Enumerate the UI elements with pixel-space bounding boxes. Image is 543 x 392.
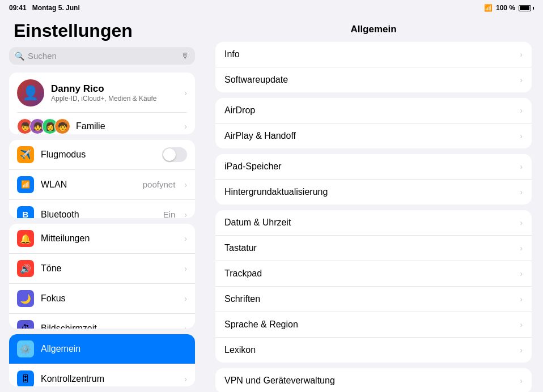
flugmodus-label: Flugmodus bbox=[41, 150, 155, 160]
kontrollzentrum-icon: 🎛 bbox=[17, 370, 34, 386]
right-chevron-schriften: › bbox=[520, 295, 523, 304]
wlan-icon: 📶 bbox=[17, 176, 34, 193]
right-chevron-trackpad: › bbox=[520, 269, 523, 278]
sidebar-item-bildschirmzeit[interactable]: ⏱ Bildschirmzeit › bbox=[9, 314, 195, 329]
settings-group-notifications: 🔔 Mitteilungen › 🔊 Töne › 🌙 Fokus › ⏱ Bi… bbox=[9, 224, 195, 329]
profile-chevron: › bbox=[184, 88, 187, 97]
mitteilungen-chevron: › bbox=[184, 234, 187, 243]
right-item-tastatur[interactable]: Tastatur › bbox=[215, 236, 532, 261]
wifi-icon: 📶 bbox=[484, 4, 493, 12]
right-group-storage: iPad-Speicher › Hintergrundaktualisierun… bbox=[215, 154, 532, 204]
right-item-ipad-speicher[interactable]: iPad-Speicher › bbox=[215, 154, 532, 180]
right-item-datum[interactable]: Datum & Uhrzeit › bbox=[215, 210, 532, 236]
fokus-label: Fokus bbox=[41, 293, 177, 304]
wlan-chevron: › bbox=[184, 180, 187, 189]
bluetooth-icon: B bbox=[17, 206, 34, 218]
bluetooth-label: Bluetooth bbox=[41, 210, 156, 218]
right-item-softwareupdate[interactable]: Softwareupdate › bbox=[215, 67, 532, 92]
fokus-icon: 🌙 bbox=[17, 290, 34, 307]
status-time-date: 09:41 Montag 5. Juni bbox=[9, 4, 80, 12]
bildschirmzeit-chevron: › bbox=[184, 324, 187, 329]
right-label-hintergrund: Hintergrundaktualisierung bbox=[224, 187, 520, 197]
sidebar: Einstellungen 🔍 Suchen 🎙 👤 Danny Rico Ap… bbox=[0, 16, 204, 392]
sidebar-item-flugmodus[interactable]: ✈️ Flugmodus bbox=[9, 140, 195, 170]
right-item-airdrop[interactable]: AirDrop › bbox=[215, 98, 532, 123]
right-label-trackpad: Trackpad bbox=[224, 269, 520, 279]
main-container: Einstellungen 🔍 Suchen 🎙 👤 Danny Rico Ap… bbox=[0, 16, 543, 392]
mitteilungen-label: Mitteilungen bbox=[41, 233, 177, 244]
status-date: Montag 5. Juni bbox=[32, 4, 80, 12]
status-indicators: 📶 100 % bbox=[484, 4, 534, 12]
sidebar-item-wlan[interactable]: 📶 WLAN poofynet › bbox=[9, 170, 195, 200]
family-avatar-4: 🧒 bbox=[54, 118, 70, 134]
right-panel: Allgemein Info › Softwareupdate › AirDro… bbox=[204, 16, 543, 392]
allgemein-label: Allgemein bbox=[41, 344, 187, 354]
family-avatars: 👦 👧 👩 🧒 bbox=[17, 118, 70, 134]
sidebar-item-allgemein[interactable]: ⚙️ Allgemein bbox=[9, 334, 195, 364]
right-item-vpn[interactable]: VPN und Geräteverwaltung › bbox=[215, 368, 532, 392]
right-item-schriften[interactable]: Schriften › bbox=[215, 287, 532, 312]
right-group-vpn: VPN und Geräteverwaltung › bbox=[215, 368, 532, 392]
sidebar-item-kontrollzentrum[interactable]: 🎛 Kontrollzentrum › bbox=[9, 364, 195, 386]
right-item-trackpad[interactable]: Trackpad › bbox=[215, 261, 532, 287]
wlan-value: poofynet bbox=[143, 180, 176, 189]
right-item-airplay[interactable]: AirPlay & Handoff › bbox=[215, 123, 532, 148]
toene-chevron: › bbox=[184, 264, 187, 273]
flugmodus-toggle[interactable] bbox=[162, 147, 187, 162]
right-label-airplay: AirPlay & Handoff bbox=[224, 131, 520, 141]
status-bar: 09:41 Montag 5. Juni 📶 100 % bbox=[0, 0, 543, 16]
family-label: Familie bbox=[76, 121, 105, 131]
right-item-hintergrund[interactable]: Hintergrundaktualisierung › bbox=[215, 180, 532, 204]
right-chevron-info: › bbox=[520, 50, 523, 59]
right-chevron-hintergrund: › bbox=[520, 188, 523, 197]
family-chevron: › bbox=[184, 122, 187, 131]
right-chevron-datum: › bbox=[520, 218, 523, 227]
right-chevron-ipad-speicher: › bbox=[520, 162, 523, 171]
right-label-info: Info bbox=[224, 49, 520, 59]
avatar: 👤 bbox=[17, 79, 44, 106]
right-chevron-lexikon: › bbox=[520, 346, 523, 355]
status-time: 09:41 bbox=[9, 4, 27, 12]
toene-label: Töne bbox=[41, 263, 177, 274]
right-item-info[interactable]: Info › bbox=[215, 42, 532, 67]
right-label-tastatur: Tastatur bbox=[224, 243, 520, 253]
right-chevron-sprache: › bbox=[520, 320, 523, 329]
settings-group-network: ✈️ Flugmodus 📶 WLAN poofynet › B Bluetoo… bbox=[9, 140, 195, 218]
right-chevron-vpn: › bbox=[520, 376, 523, 385]
bluetooth-chevron: › bbox=[184, 210, 187, 218]
profile-main-row[interactable]: 👤 Danny Rico Apple-ID, iCloud+, Medien &… bbox=[17, 79, 187, 113]
sidebar-item-toene[interactable]: 🔊 Töne › bbox=[9, 254, 195, 284]
search-input[interactable]: Suchen bbox=[28, 51, 177, 61]
right-group-misc: Datum & Uhrzeit › Tastatur › Trackpad › … bbox=[215, 210, 532, 363]
right-chevron-tastatur: › bbox=[520, 244, 523, 253]
profile-name: Danny Rico bbox=[51, 83, 177, 95]
sidebar-item-fokus[interactable]: 🌙 Fokus › bbox=[9, 284, 195, 314]
right-label-airdrop: AirDrop bbox=[224, 105, 520, 116]
flugmodus-icon: ✈️ bbox=[17, 146, 34, 163]
profile-subtitle: Apple-ID, iCloud+, Medien & Käufe bbox=[51, 95, 177, 103]
right-label-ipad-speicher: iPad-Speicher bbox=[224, 161, 520, 172]
right-label-softwareupdate: Softwareupdate bbox=[224, 75, 520, 85]
right-panel-title: Allgemein bbox=[215, 16, 532, 42]
profile-card: 👤 Danny Rico Apple-ID, iCloud+, Medien &… bbox=[9, 73, 195, 134]
allgemein-icon: ⚙️ bbox=[17, 340, 34, 357]
toene-icon: 🔊 bbox=[17, 260, 34, 277]
family-row[interactable]: 👦 👧 👩 🧒 Familie › bbox=[17, 113, 187, 134]
sidebar-item-mitteilungen[interactable]: 🔔 Mitteilungen › bbox=[9, 224, 195, 254]
right-item-sprache[interactable]: Sprache & Region › bbox=[215, 312, 532, 338]
bluetooth-value: Ein bbox=[163, 210, 176, 218]
battery-percent: 100 % bbox=[496, 4, 515, 12]
search-bar[interactable]: 🔍 Suchen 🎙 bbox=[9, 47, 195, 65]
right-label-vpn: VPN und Geräteverwaltung bbox=[224, 376, 520, 386]
battery-icon bbox=[519, 5, 534, 11]
right-item-lexikon[interactable]: Lexikon › bbox=[215, 338, 532, 363]
mic-icon: 🎙 bbox=[181, 51, 189, 61]
right-chevron-airdrop: › bbox=[520, 106, 523, 115]
wlan-label: WLAN bbox=[41, 180, 136, 190]
kontrollzentrum-chevron: › bbox=[184, 374, 187, 384]
right-chevron-airplay: › bbox=[520, 131, 523, 140]
kontrollzentrum-label: Kontrollzentrum bbox=[41, 374, 177, 384]
settings-group-general: ⚙️ Allgemein 🎛 Kontrollzentrum › bbox=[9, 334, 195, 386]
sidebar-item-bluetooth[interactable]: B Bluetooth Ein › bbox=[9, 200, 195, 218]
right-chevron-softwareupdate: › bbox=[520, 75, 523, 84]
